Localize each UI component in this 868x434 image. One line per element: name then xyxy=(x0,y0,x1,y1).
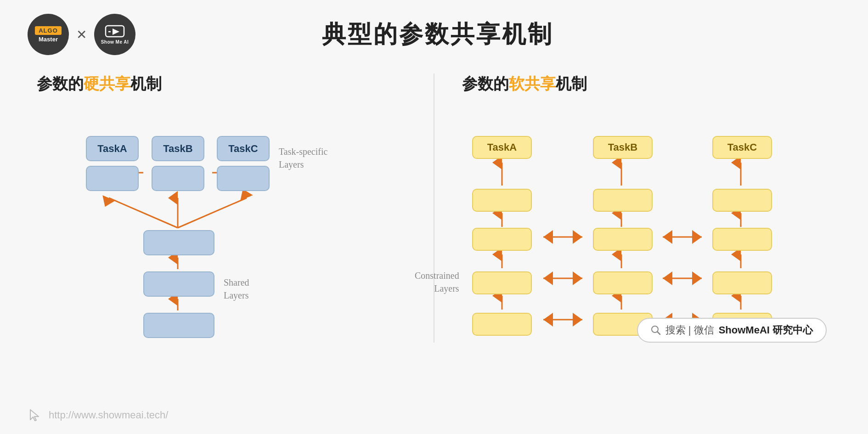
svg-line-37 xyxy=(657,332,660,335)
search-badge-container: 搜索 | 微信 ShowMeAI 研究中心 xyxy=(637,318,827,343)
hard-task-a-box xyxy=(86,166,139,191)
shared-layer-1 xyxy=(143,230,214,255)
showme-icon xyxy=(105,25,125,39)
page: ALGO Master ✕ Show Me AI 典型的参数共享机制 参数的硬共… xyxy=(0,0,868,434)
soft-task-b-label: TaskB xyxy=(593,136,653,159)
hard-sharing-diagram: TaskA TaskB TaskC Task-specific Layers xyxy=(72,113,371,343)
soft-task-c-c1 xyxy=(712,228,772,251)
hard-task-c-label: TaskC xyxy=(217,136,270,161)
soft-task-c-specific xyxy=(712,189,772,212)
shared-layer-2 xyxy=(143,271,214,297)
task-specific-label: Task-specific Layers xyxy=(279,145,327,171)
left-section: 参数的硬共享机制 xyxy=(28,73,429,343)
hard-task-a-label: TaskA xyxy=(86,136,139,161)
soft-sharing-diagram: TaskA TaskB TaskC xyxy=(458,113,835,343)
cross-symbol: ✕ xyxy=(76,27,87,42)
shared-layer-3 xyxy=(143,313,214,338)
hard-task-b-box xyxy=(152,166,204,191)
search-icon xyxy=(651,325,661,335)
showme-text: Show Me AI xyxy=(101,39,129,45)
soft-task-b-c1 xyxy=(593,228,653,251)
hard-task-c-box xyxy=(217,166,270,191)
constrained-layers-label: Constrained Layers xyxy=(415,269,459,295)
footer: http://www.showmeai.tech/ xyxy=(28,408,168,423)
soft-task-b-c2 xyxy=(593,271,653,294)
left-section-title: 参数的硬共享机制 xyxy=(37,73,415,95)
main-title: 典型的参数共享机制 xyxy=(135,18,739,51)
content-area: 参数的硬共享机制 xyxy=(28,73,840,343)
soft-task-a-c3 xyxy=(472,313,532,336)
vertical-divider xyxy=(434,73,434,343)
soft-task-c-c2 xyxy=(712,271,772,294)
right-section-title: 参数的软共享机制 xyxy=(462,73,840,95)
soft-task-a-c2 xyxy=(472,271,532,294)
right-section: 参数的软共享机制 xyxy=(439,73,840,343)
showme-logo: Show Me AI xyxy=(94,14,135,55)
soft-task-c-label: TaskC xyxy=(712,136,772,159)
svg-line-8 xyxy=(178,198,247,228)
svg-line-6 xyxy=(109,198,178,228)
master-text: Master xyxy=(39,36,58,43)
search-badge: 搜索 | 微信 ShowMeAI 研究中心 xyxy=(637,318,827,343)
logo-area: ALGO Master ✕ Show Me AI xyxy=(28,14,135,55)
header: ALGO Master ✕ Show Me AI 典型的参数共享机制 xyxy=(28,14,840,55)
soft-task-a-specific xyxy=(472,189,532,212)
algo-text: ALGO xyxy=(35,26,62,35)
shared-layers-label: Shared Layers xyxy=(224,276,249,302)
soft-task-b-specific xyxy=(593,189,653,212)
hard-task-b-label: TaskB xyxy=(152,136,204,161)
svg-marker-1 xyxy=(113,28,119,35)
soft-task-a-c1 xyxy=(472,228,532,251)
cursor-icon xyxy=(28,408,42,423)
soft-task-a-label: TaskA xyxy=(472,136,532,159)
algo-master-logo: ALGO Master xyxy=(28,14,69,55)
